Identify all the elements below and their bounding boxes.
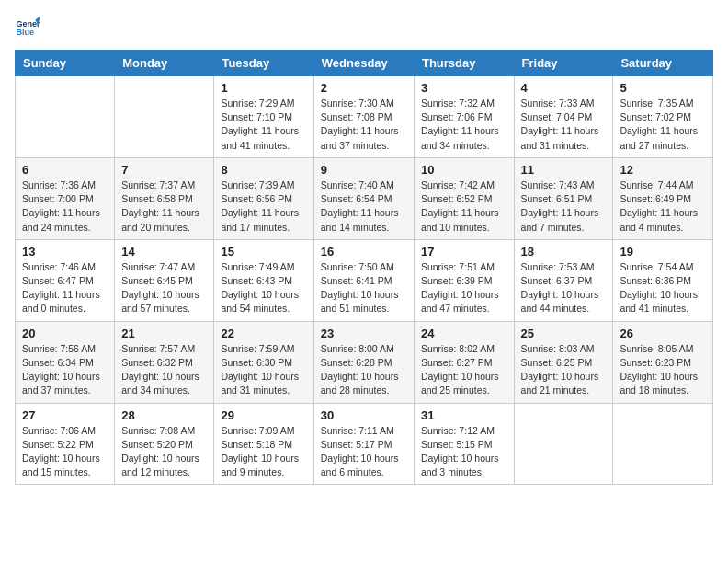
day-cell: 11Sunrise: 7:43 AM Sunset: 6:51 PM Dayli…: [514, 157, 613, 239]
day-info: Sunrise: 7:29 AM Sunset: 7:10 PM Dayligh…: [221, 97, 306, 153]
day-cell: 7Sunrise: 7:37 AM Sunset: 6:58 PM Daylig…: [115, 157, 214, 239]
logo-icon: General Blue: [15, 15, 40, 40]
week-row-4: 20Sunrise: 7:56 AM Sunset: 6:34 PM Dayli…: [16, 321, 713, 403]
day-cell: 13Sunrise: 7:46 AM Sunset: 6:47 PM Dayli…: [16, 239, 115, 321]
day-info: Sunrise: 7:56 AM Sunset: 6:34 PM Dayligh…: [22, 342, 108, 398]
day-number: 24: [421, 327, 507, 340]
day-cell: 31Sunrise: 7:12 AM Sunset: 5:15 PM Dayli…: [414, 403, 514, 485]
day-info: Sunrise: 7:09 AM Sunset: 5:18 PM Dayligh…: [221, 424, 306, 480]
day-number: 22: [221, 327, 306, 340]
week-row-5: 27Sunrise: 7:06 AM Sunset: 5:22 PM Dayli…: [16, 403, 713, 485]
day-header-thursday: Thursday: [414, 51, 514, 76]
day-cell: 25Sunrise: 8:03 AM Sunset: 6:25 PM Dayli…: [514, 321, 613, 403]
day-info: Sunrise: 7:54 AM Sunset: 6:36 PM Dayligh…: [620, 260, 706, 316]
day-info: Sunrise: 7:42 AM Sunset: 6:52 PM Dayligh…: [421, 178, 507, 235]
day-number: 1: [221, 81, 306, 95]
day-cell: 28Sunrise: 7:08 AM Sunset: 5:20 PM Dayli…: [115, 403, 214, 485]
day-cell: 12Sunrise: 7:44 AM Sunset: 6:49 PM Dayli…: [613, 157, 713, 239]
day-cell: 4Sunrise: 7:33 AM Sunset: 7:04 PM Daylig…: [514, 76, 613, 158]
day-cell: 26Sunrise: 8:05 AM Sunset: 6:23 PM Dayli…: [613, 321, 713, 403]
day-cell: [613, 403, 713, 485]
day-cell: 21Sunrise: 7:57 AM Sunset: 6:32 PM Dayli…: [115, 321, 214, 403]
day-cell: 20Sunrise: 7:56 AM Sunset: 6:34 PM Dayli…: [16, 321, 115, 403]
day-cell: 18Sunrise: 7:53 AM Sunset: 6:37 PM Dayli…: [514, 239, 613, 321]
day-cell: 3Sunrise: 7:32 AM Sunset: 7:06 PM Daylig…: [414, 76, 514, 158]
day-number: 12: [620, 163, 706, 177]
day-info: Sunrise: 7:59 AM Sunset: 6:30 PM Dayligh…: [221, 342, 306, 398]
day-cell: 14Sunrise: 7:47 AM Sunset: 6:45 PM Dayli…: [115, 239, 214, 321]
day-number: 27: [22, 408, 108, 422]
day-info: Sunrise: 7:47 AM Sunset: 6:45 PM Dayligh…: [121, 260, 207, 316]
day-header-wednesday: Wednesday: [313, 51, 414, 76]
day-number: 8: [221, 163, 306, 177]
day-number: 25: [521, 327, 607, 340]
day-number: 5: [620, 81, 706, 95]
day-info: Sunrise: 7:12 AM Sunset: 5:15 PM Dayligh…: [421, 424, 507, 480]
day-info: Sunrise: 7:30 AM Sunset: 7:08 PM Dayligh…: [321, 97, 407, 153]
day-number: 19: [620, 245, 706, 259]
day-info: Sunrise: 8:02 AM Sunset: 6:27 PM Dayligh…: [421, 342, 507, 398]
day-header-sunday: Sunday: [16, 51, 115, 76]
day-cell: 15Sunrise: 7:49 AM Sunset: 6:43 PM Dayli…: [214, 239, 313, 321]
day-info: Sunrise: 7:08 AM Sunset: 5:20 PM Dayligh…: [121, 424, 207, 480]
day-number: 6: [22, 163, 108, 177]
day-cell: 10Sunrise: 7:42 AM Sunset: 6:52 PM Dayli…: [414, 157, 514, 239]
day-header-monday: Monday: [115, 51, 214, 76]
day-info: Sunrise: 7:50 AM Sunset: 6:41 PM Dayligh…: [321, 260, 407, 316]
logo: General Blue: [15, 15, 40, 40]
day-cell: 6Sunrise: 7:36 AM Sunset: 7:00 PM Daylig…: [16, 157, 115, 239]
day-cell: [514, 403, 613, 485]
day-number: 7: [121, 163, 207, 177]
day-cell: 24Sunrise: 8:02 AM Sunset: 6:27 PM Dayli…: [414, 321, 514, 403]
header: General Blue: [15, 15, 713, 40]
day-info: Sunrise: 7:57 AM Sunset: 6:32 PM Dayligh…: [121, 342, 207, 398]
day-cell: 19Sunrise: 7:54 AM Sunset: 6:36 PM Dayli…: [613, 239, 713, 321]
day-number: 16: [321, 245, 407, 259]
day-number: 23: [321, 327, 407, 340]
day-info: Sunrise: 7:06 AM Sunset: 5:22 PM Dayligh…: [22, 424, 108, 480]
day-cell: 30Sunrise: 7:11 AM Sunset: 5:17 PM Dayli…: [313, 403, 414, 485]
day-header-saturday: Saturday: [613, 51, 713, 76]
day-number: 10: [421, 163, 507, 177]
day-info: Sunrise: 7:37 AM Sunset: 6:58 PM Dayligh…: [121, 178, 207, 235]
day-number: 28: [121, 408, 207, 422]
day-header-tuesday: Tuesday: [214, 51, 313, 76]
day-info: Sunrise: 7:43 AM Sunset: 6:51 PM Dayligh…: [521, 178, 607, 235]
day-number: 30: [321, 408, 407, 422]
day-number: 11: [521, 163, 607, 177]
day-info: Sunrise: 7:11 AM Sunset: 5:17 PM Dayligh…: [321, 424, 407, 480]
day-cell: 5Sunrise: 7:35 AM Sunset: 7:02 PM Daylig…: [613, 76, 713, 158]
day-cell: 23Sunrise: 8:00 AM Sunset: 6:28 PM Dayli…: [313, 321, 414, 403]
day-cell: 22Sunrise: 7:59 AM Sunset: 6:30 PM Dayli…: [214, 321, 313, 403]
day-info: Sunrise: 7:46 AM Sunset: 6:47 PM Dayligh…: [22, 260, 108, 316]
day-info: Sunrise: 7:53 AM Sunset: 6:37 PM Dayligh…: [521, 260, 607, 316]
day-number: 20: [22, 327, 108, 340]
day-info: Sunrise: 8:05 AM Sunset: 6:23 PM Dayligh…: [620, 342, 706, 398]
day-number: 18: [521, 245, 607, 259]
day-info: Sunrise: 7:39 AM Sunset: 6:56 PM Dayligh…: [221, 178, 306, 235]
day-number: 21: [121, 327, 207, 340]
day-number: 3: [421, 81, 507, 95]
day-info: Sunrise: 8:03 AM Sunset: 6:25 PM Dayligh…: [521, 342, 607, 398]
week-row-2: 6Sunrise: 7:36 AM Sunset: 7:00 PM Daylig…: [16, 157, 713, 239]
day-number: 13: [22, 245, 108, 259]
day-headers-row: SundayMondayTuesdayWednesdayThursdayFrid…: [16, 51, 713, 76]
day-number: 29: [221, 408, 306, 422]
day-cell: 29Sunrise: 7:09 AM Sunset: 5:18 PM Dayli…: [214, 403, 313, 485]
day-cell: 8Sunrise: 7:39 AM Sunset: 6:56 PM Daylig…: [214, 157, 313, 239]
day-cell: 16Sunrise: 7:50 AM Sunset: 6:41 PM Dayli…: [313, 239, 414, 321]
week-row-3: 13Sunrise: 7:46 AM Sunset: 6:47 PM Dayli…: [16, 239, 713, 321]
day-info: Sunrise: 7:49 AM Sunset: 6:43 PM Dayligh…: [221, 260, 306, 316]
calendar-body: 1Sunrise: 7:29 AM Sunset: 7:10 PM Daylig…: [16, 76, 713, 485]
day-header-friday: Friday: [514, 51, 613, 76]
day-cell: 27Sunrise: 7:06 AM Sunset: 5:22 PM Dayli…: [16, 403, 115, 485]
day-cell: [115, 76, 214, 158]
day-info: Sunrise: 7:51 AM Sunset: 6:39 PM Dayligh…: [421, 260, 507, 316]
day-info: Sunrise: 8:00 AM Sunset: 6:28 PM Dayligh…: [321, 342, 407, 398]
day-number: 14: [121, 245, 207, 259]
day-info: Sunrise: 7:33 AM Sunset: 7:04 PM Dayligh…: [521, 97, 607, 153]
svg-text:Blue: Blue: [16, 28, 34, 37]
day-number: 9: [321, 163, 407, 177]
day-number: 31: [421, 408, 507, 422]
calendar-table: SundayMondayTuesdayWednesdayThursdayFrid…: [15, 50, 713, 485]
